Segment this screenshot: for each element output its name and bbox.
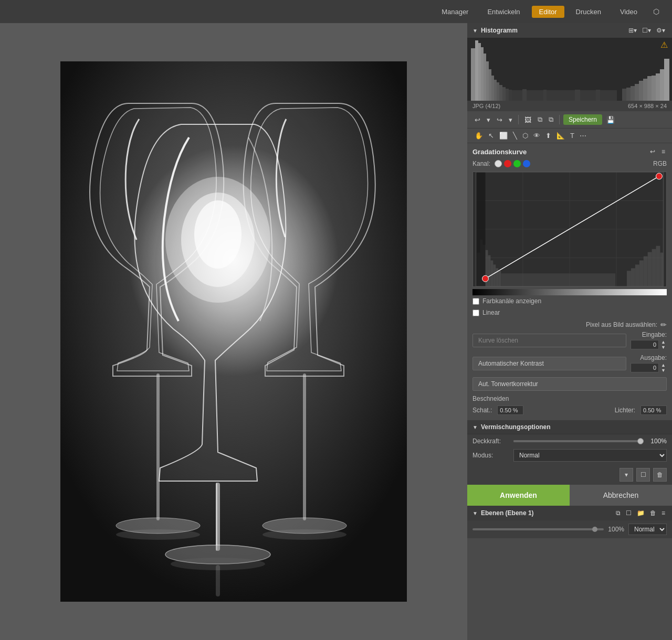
tool-eye[interactable]: 👁 (531, 131, 542, 141)
vermischung-triangle: ▼ (472, 424, 478, 430)
svg-rect-41 (643, 79, 647, 101)
copy-btn[interactable]: ⧉ (536, 114, 544, 125)
tool-poly[interactable]: ⬡ (520, 131, 530, 141)
dropdown-btn-1[interactable]: ▾ (620, 468, 633, 482)
tool-text[interactable]: T (568, 131, 576, 141)
svg-rect-20 (481, 47, 484, 101)
histogram-dimensions: 654 × 988 × 24 (628, 103, 667, 109)
apply-btn[interactable]: Anwenden (467, 485, 570, 506)
kurve-loeschen-row: Kurve löschen Eingabe: ▲ ▼ (467, 330, 672, 351)
curve-container[interactable] (472, 172, 667, 287)
channel-blue[interactable] (523, 160, 530, 167)
undo-btn[interactable]: ↩ (472, 115, 482, 125)
svg-rect-45 (660, 69, 664, 101)
histogram-settings-btn[interactable]: ⚙▾ (655, 26, 667, 35)
schat-input[interactable] (497, 406, 523, 415)
toolbar-row: ↩ ▾ ↪ ▾ 🖼 ⧉ ⧉ Speichern 💾 (467, 111, 672, 129)
ebenen-folder-btn[interactable]: 📁 (635, 509, 646, 517)
tool-more[interactable]: ⋯ (578, 131, 589, 141)
ausgabe-up[interactable]: ▲ (660, 362, 667, 368)
tool-measure[interactable]: 📐 (554, 131, 567, 141)
channel-green[interactable] (513, 160, 521, 167)
external-link-icon[interactable]: ⬡ (649, 5, 664, 18)
gradation-controls: ↩ ≡ (648, 147, 667, 156)
nav-drucken[interactable]: Drucken (569, 6, 608, 18)
nav-video[interactable]: Video (613, 6, 645, 18)
auto-kontrast-row: Automatischer Kontrast Ausgabe: ▲ ▼ (467, 353, 672, 374)
opacity-thumb (637, 438, 644, 444)
tool-line[interactable]: ╲ (511, 131, 519, 141)
vermischung-title: Vermischungsoptionen (481, 423, 551, 431)
channel-red[interactable] (504, 160, 511, 167)
svg-point-8 (194, 200, 242, 269)
kurve-loeschen-btn[interactable]: Kurve löschen (472, 334, 626, 347)
opacity-slider[interactable] (513, 440, 644, 442)
svg-point-14 (262, 529, 346, 540)
aut-tonwert-btn[interactable]: Aut. Tonwertkorrektur (472, 377, 667, 391)
image-btn[interactable]: 🖼 (522, 115, 533, 125)
image-container[interactable] (60, 61, 407, 602)
redo-btn[interactable]: ↪ (495, 115, 505, 125)
eyedropper-btn[interactable]: ✏ (660, 321, 667, 329)
undo-dropdown-btn[interactable]: ▾ (485, 115, 492, 125)
nav-manager[interactable]: Manager (434, 6, 476, 18)
top-navigation: Manager Entwickeln Editor Drucken Video … (0, 0, 672, 23)
svg-rect-22 (486, 61, 489, 101)
svg-rect-27 (499, 85, 502, 101)
channel-white[interactable] (495, 160, 502, 167)
tool-rect[interactable]: ⬜ (497, 131, 510, 141)
histogram-header: ▼ Histogramm ⊞▾ ☐▾ ⚙▾ (467, 23, 672, 38)
svg-rect-37 (626, 88, 631, 101)
right-panel: ▼ Histogramm ⊞▾ ☐▾ ⚙▾ ⚠ (467, 23, 672, 640)
ebenen-copy-btn[interactable]: ⧉ (614, 509, 622, 517)
tool-select[interactable]: ↖ (486, 131, 496, 141)
save-options-btn[interactable]: 💾 (604, 115, 617, 125)
histogram-view-btn[interactable]: ⊞▾ (627, 26, 638, 35)
gradation-section: Gradationskurve ↩ ≡ Kanal: RGB (467, 143, 672, 420)
redo-dropdown-btn[interactable]: ▾ (507, 115, 514, 125)
dropdown-row: ▾ ☐ 🗑 (467, 465, 672, 485)
svg-rect-67 (639, 260, 644, 286)
gradation-menu-btn[interactable]: ≡ (660, 147, 667, 156)
histogram-format: JPG (4/12) (472, 103, 500, 109)
beschneiden-row: Beschneiden (467, 393, 672, 404)
svg-rect-10 (216, 483, 217, 551)
pixel-select-row: Pixel aus Bild auswählen: ✏ (467, 318, 672, 330)
modus-label: Modus: (472, 452, 509, 459)
svg-rect-64 (627, 271, 631, 286)
linear-checkbox[interactable] (472, 310, 479, 316)
cancel-btn[interactable]: Abbrechen (570, 485, 672, 506)
ebenen-normal-select[interactable]: Normal (628, 524, 667, 535)
svg-rect-44 (656, 73, 660, 101)
ebenen-delete-btn[interactable]: 🗑 (648, 509, 658, 517)
paste-btn[interactable]: ⧉ (547, 114, 555, 125)
modus-select[interactable]: Normal Multiplizieren Bildschirm Überlag… (513, 449, 667, 462)
gradation-back-btn[interactable]: ↩ (648, 147, 657, 156)
svg-rect-36 (622, 89, 626, 101)
ebenen-row: 100% Normal (467, 520, 672, 538)
lichter-input[interactable] (640, 406, 667, 415)
eingabe-input[interactable] (631, 340, 659, 349)
tool-arrow[interactable]: ⬆ (543, 131, 553, 141)
histogram-controls: ⊞▾ ☐▾ ⚙▾ (627, 26, 667, 35)
ausgabe-input[interactable] (631, 363, 659, 372)
ausgabe-down[interactable]: ▼ (660, 368, 667, 373)
eingabe-up[interactable]: ▲ (660, 339, 667, 345)
farbkanaele-row: Farbkanäle anzeigen (467, 295, 672, 307)
auto-kontrast-btn[interactable]: Automatischer Kontrast (472, 357, 626, 370)
histogram-mode-btn[interactable]: ☐▾ (640, 26, 653, 35)
nav-entwickeln[interactable]: Entwickeln (480, 6, 527, 18)
eingabe-down[interactable]: ▼ (660, 345, 667, 350)
dropdown-btn-2[interactable]: ☐ (636, 468, 650, 482)
ebenen-controls: ⧉ ☐ 📁 🗑 ≡ (614, 509, 667, 517)
ebenen-menu-btn[interactable]: ≡ (660, 509, 667, 517)
ebenen-new-btn[interactable]: ☐ (624, 509, 633, 517)
ebenen-slider-track[interactable] (472, 528, 604, 530)
dropdown-btn-3[interactable]: 🗑 (653, 468, 667, 482)
tool-hand[interactable]: ✋ (472, 131, 485, 141)
vermischung-section: ▼ Vermischungsoptionen Deckkraft: 100% M… (467, 420, 672, 465)
vermischung-header: ▼ Vermischungsoptionen (467, 420, 672, 434)
save-btn[interactable]: Speichern (563, 114, 602, 125)
farbkanaele-checkbox[interactable] (472, 298, 479, 305)
nav-editor[interactable]: Editor (532, 6, 564, 18)
